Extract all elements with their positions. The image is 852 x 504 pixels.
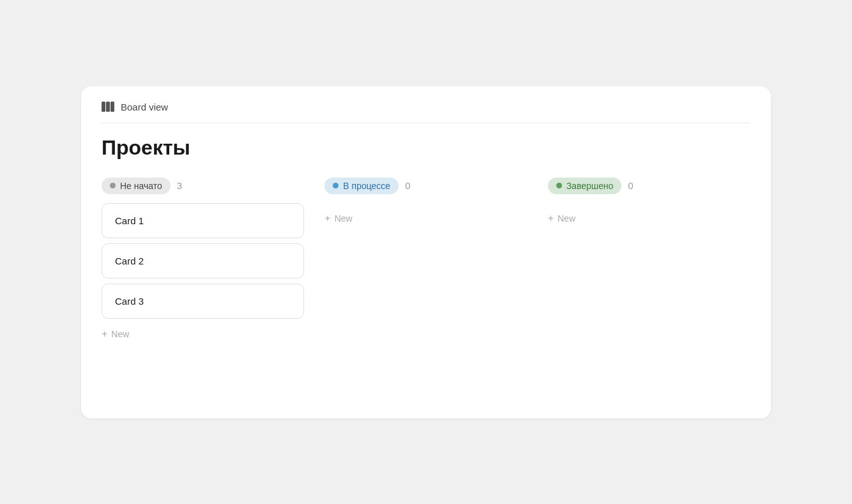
column-count-not-started: 3	[177, 180, 182, 191]
plus-icon-not-started: +	[102, 329, 107, 339]
add-new-button-in-progress[interactable]: +New	[324, 211, 352, 226]
column-header-not-started: Не начато3	[102, 178, 304, 194]
plus-icon-completed: +	[548, 213, 554, 224]
card-card-2[interactable]: Card 2	[102, 243, 304, 279]
card-card-3[interactable]: Card 3	[102, 284, 304, 319]
page-title: Проекты	[102, 136, 750, 160]
svg-rect-0	[102, 102, 105, 112]
board-view-icon	[102, 102, 114, 112]
status-badge-in-progress[interactable]: В процессе	[324, 178, 399, 194]
column-in-progress: В процессе0+New	[324, 178, 527, 226]
column-header-completed: Завершено0	[548, 178, 750, 194]
status-label-not-started: Не начато	[120, 181, 162, 191]
new-label-not-started: New	[111, 329, 129, 339]
column-count-completed: 0	[628, 180, 633, 191]
column-completed: Завершено0+New	[548, 178, 750, 226]
add-new-button-not-started[interactable]: +New	[102, 326, 129, 342]
svg-rect-1	[106, 102, 110, 112]
board-view-title: Board view	[121, 102, 168, 112]
svg-rect-2	[110, 102, 114, 112]
status-label-completed: Завершено	[567, 181, 614, 191]
add-new-button-completed[interactable]: +New	[548, 211, 575, 226]
status-badge-not-started[interactable]: Не начато	[102, 178, 171, 194]
columns-wrapper: Не начато3Card 1Card 2Card 3+NewВ процес…	[102, 178, 750, 342]
status-dot-not-started	[110, 183, 116, 188]
plus-icon-in-progress: +	[324, 213, 330, 224]
column-header-in-progress: В процессе0	[324, 178, 527, 194]
new-label-completed: New	[558, 213, 575, 224]
column-count-in-progress: 0	[405, 180, 410, 191]
status-dot-completed	[556, 183, 562, 188]
status-badge-completed[interactable]: Завершено	[548, 178, 622, 194]
board-container: Board view Проекты Не начато3Card 1Card …	[81, 86, 771, 418]
card-card-1[interactable]: Card 1	[102, 203, 304, 238]
status-dot-in-progress	[333, 183, 339, 188]
column-not-started: Не начато3Card 1Card 2Card 3+New	[102, 178, 304, 342]
board-header: Board view	[102, 102, 750, 123]
new-label-in-progress: New	[335, 213, 353, 224]
cards-list-not-started: Card 1Card 2Card 3	[102, 203, 304, 319]
status-label-in-progress: В процессе	[343, 181, 390, 191]
